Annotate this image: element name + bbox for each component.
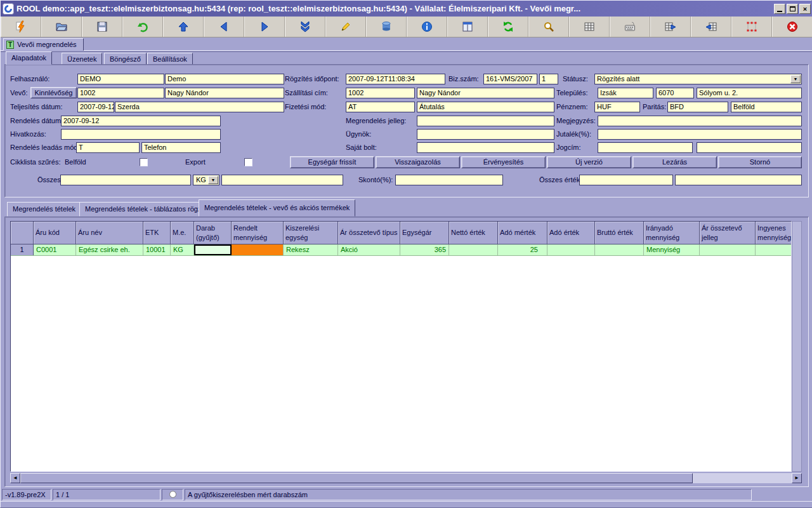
toolbar-open-button[interactable] xyxy=(41,17,82,37)
hivatkozas-field[interactable] xyxy=(61,129,221,140)
tab-uzenetek[interactable]: Üzenetek xyxy=(62,53,102,65)
scroll-right-icon[interactable]: ► xyxy=(792,473,802,483)
export-checkbox[interactable] xyxy=(244,158,252,166)
toolbar-table-grid-button[interactable] xyxy=(569,17,610,37)
tab-megrendeles-tetelek-vevo-akcios[interactable]: Megrendelés tételek - vevő és akciós ter… xyxy=(199,199,355,217)
close-button[interactable]: × xyxy=(799,4,811,14)
cell-netto-ertek[interactable] xyxy=(449,244,498,255)
toolbar-refresh-button[interactable] xyxy=(488,17,528,37)
leadas-code-field[interactable]: T xyxy=(76,142,140,153)
column-header-ado-mertek[interactable]: Adó mérték xyxy=(498,222,547,244)
penznem-field[interactable]: HUF xyxy=(594,102,640,112)
column-header-brutto-ertek[interactable]: Bruttó érték xyxy=(595,222,644,244)
osszes-ertek-field-2[interactable] xyxy=(675,175,802,185)
fizetesi-mod-name-field[interactable]: Átutalás xyxy=(417,102,554,112)
column-header-ado-ertek[interactable]: Adó érték xyxy=(547,222,595,244)
storno-button[interactable]: Stornó xyxy=(718,156,802,168)
jogcim-field-1[interactable] xyxy=(598,142,693,153)
cell-iranyado-mennyiseg[interactable]: Mennyiség xyxy=(644,244,700,255)
column-header-etk[interactable]: ETK xyxy=(143,222,171,244)
toolbar-first-record-button[interactable] xyxy=(163,17,204,37)
toolbar-info-button[interactable] xyxy=(407,17,447,37)
column-header-ar-osszetevo-jelleg[interactable]: Ár összetevő jelleg xyxy=(700,222,756,244)
scroll-left-icon[interactable]: ◄ xyxy=(10,473,20,483)
toolbar-previous-record-button[interactable] xyxy=(204,17,244,37)
tab-megrendeles-tetelek-tablazatos[interactable]: Megrendelés tételek - táblázatos rögzíté… xyxy=(79,202,218,217)
fizetesi-mod-code-field[interactable]: AT xyxy=(346,102,415,112)
toolbar-next-record-button[interactable] xyxy=(244,17,285,37)
megjegyzes-field[interactable] xyxy=(598,116,802,126)
cell-aru-nev[interactable]: Egész csirke eh. xyxy=(76,244,143,255)
toolbar-edit-button[interactable] xyxy=(325,17,366,37)
osszes-ertek-field-1[interactable] xyxy=(579,175,673,185)
column-header-ingyenes-mennyiseg[interactable]: Ingyenes mennyiség xyxy=(756,222,792,244)
felhasznalo-name-field[interactable]: Demo xyxy=(165,74,284,84)
lezaras-button[interactable]: Lezárás xyxy=(632,156,717,168)
rogzites-idopont-field[interactable]: 2007-09-12T11:08:34 xyxy=(346,74,445,84)
statusz-dropdown[interactable]: Rögzítés alatt▼ xyxy=(594,74,802,84)
cell-ar-osszetevo-jelleg[interactable] xyxy=(700,244,756,255)
column-header-iranyado-mennyiseg[interactable]: Irányadó mennyiség xyxy=(644,222,700,244)
cell-darab-gyujto-focused[interactable] xyxy=(194,244,232,255)
toolbar-grid-back-button[interactable] xyxy=(691,17,731,37)
restore-button[interactable] xyxy=(787,4,798,14)
cell-rendelt-mennyiseg[interactable] xyxy=(232,244,284,255)
cell-ado-ertek[interactable] xyxy=(547,244,595,255)
tab-bongeszo[interactable]: Böngésző xyxy=(104,53,147,65)
ugynok-field[interactable] xyxy=(417,129,554,140)
paritas-code-field[interactable]: BFD xyxy=(667,102,728,112)
toolbar-selection-frame-button[interactable] xyxy=(731,17,772,37)
uj-verzio-button[interactable]: Új verzió xyxy=(547,156,631,168)
column-header-netto-ertek[interactable]: Nettó érték xyxy=(449,222,498,244)
toolbar-search-button[interactable] xyxy=(528,17,569,37)
toolbar-grid-forward-button[interactable] xyxy=(650,17,691,37)
column-header-kiszerelesi-egyseg[interactable]: Kiszerelési egység xyxy=(284,222,338,244)
column-header-aru-nev[interactable]: Áru név xyxy=(76,222,143,244)
leadas-name-field[interactable]: Telefon xyxy=(141,142,221,153)
toolbar-keyboard-button[interactable] xyxy=(610,17,650,37)
kinnlevoseg-button[interactable]: Kinnlévőség xyxy=(30,87,77,98)
unit-dropdown[interactable]: KG▼ xyxy=(193,175,219,185)
cell-kiszerelesi-egyseg[interactable]: Rekesz xyxy=(284,244,338,255)
row-number-cell[interactable]: 1 xyxy=(11,244,34,255)
utca-field[interactable]: Sólyom u. 2. xyxy=(697,88,802,98)
bizszam-field[interactable]: 161-VMS/2007 xyxy=(483,74,537,84)
szallitasi-name-field[interactable]: Nagy Nándor xyxy=(417,88,554,98)
cell-egysegar[interactable]: 365 xyxy=(400,244,449,255)
column-header-me[interactable]: M.e. xyxy=(171,222,194,244)
paritas-name-field[interactable]: Belföld xyxy=(731,102,802,112)
tab-alapadatok[interactable]: Alapadatok xyxy=(6,51,52,65)
cell-ado-mertek[interactable]: 25 xyxy=(498,244,547,255)
toolbar-database-button[interactable] xyxy=(366,17,407,37)
toolbar-run-button[interactable] xyxy=(1,17,41,37)
column-header-aru-kod[interactable]: Áru kód xyxy=(34,222,76,244)
cell-etk[interactable]: 10001 xyxy=(143,244,171,255)
column-header-darab-gyujto[interactable]: Darab (gyűjtő) xyxy=(194,222,232,244)
teljesites-datum-field[interactable]: 2007-09-12 xyxy=(77,102,114,112)
toolbar-save-button[interactable] xyxy=(82,17,122,37)
visszaigazolas-button[interactable]: Visszaigazolás xyxy=(376,156,460,168)
jutalek-field[interactable] xyxy=(598,129,802,140)
osszes-darab-field[interactable] xyxy=(60,175,191,185)
megrendeles-jelleg-field[interactable] xyxy=(417,116,554,126)
jogcim-field-2[interactable] xyxy=(697,142,802,153)
toolbar-split-window-button[interactable] xyxy=(447,17,488,37)
toolbar-last-record-button[interactable] xyxy=(285,17,325,37)
toolbar-exit-button[interactable] xyxy=(772,17,812,37)
chevron-down-icon[interactable]: ▼ xyxy=(790,75,801,83)
table-row[interactable]: 1 C0001 Egész csirke eh. 10001 KG Rekesz… xyxy=(11,244,791,256)
horizontal-scrollbar[interactable]: ◄ ► xyxy=(10,473,802,483)
cell-brutto-ertek[interactable] xyxy=(595,244,644,255)
chevron-down-icon[interactable]: ▼ xyxy=(208,176,218,184)
vevo-code-field[interactable]: 1002 xyxy=(77,88,164,98)
scrollbar-track[interactable] xyxy=(693,473,792,483)
iranyitoszam-field[interactable]: 6070 xyxy=(656,88,694,98)
app-tab-vevoi-megrendeles[interactable]: T Vevői megrendelés xyxy=(3,38,84,51)
telepules-field[interactable]: Izsák xyxy=(598,88,653,98)
belfold-checkbox[interactable] xyxy=(140,158,148,166)
cell-ingyenes-mennyiseg[interactable] xyxy=(756,244,792,255)
cell-ar-osszetevo-tipus[interactable]: Akció xyxy=(338,244,400,255)
toolbar-undo-button[interactable] xyxy=(122,17,163,37)
vertical-scrollbar[interactable] xyxy=(792,221,802,472)
column-header-ar-osszetevo-tipus[interactable]: Ár összetevő típus xyxy=(338,222,400,244)
